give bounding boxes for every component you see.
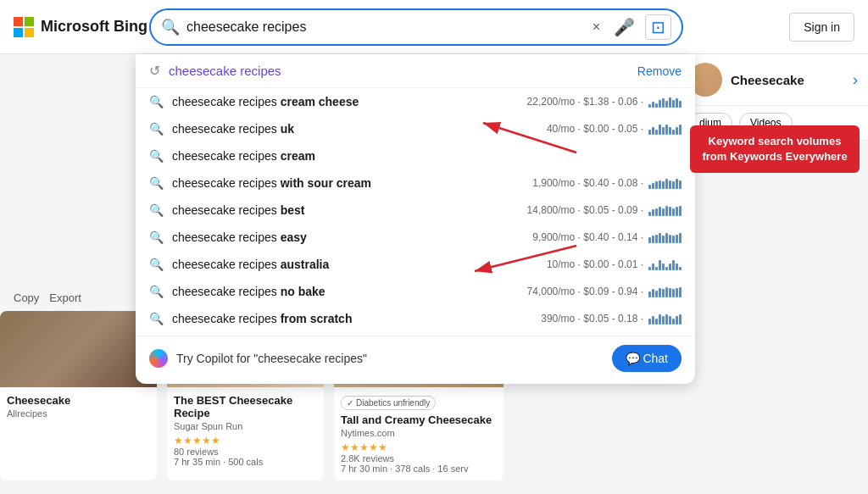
suggestion-stats-8: 390/mo · $0.05 - 0.18 · [541,313,682,325]
card-image-1 [0,311,157,387]
card-stars-3: ★★★★★ [341,441,497,453]
cheesecake-card[interactable]: Cheesecake › [678,54,868,106]
suggestion-stats-0: 22,200/mo · $1.38 - 0.06 · [527,96,682,108]
suggestion-text-5: cheesecake recipes easy [172,230,524,244]
suggestion-item-1[interactable]: 🔍cheesecake recipes uk40/mo · $0.00 - 0.… [136,115,695,142]
suggestion-stats-4: 14,800/mo · $0.05 - 0.09 · [527,204,682,216]
history-item-left: ↺ cheesecake recipes [149,63,281,79]
suggestion-search-icon-0: 🔍 [149,95,164,108]
suggestion-stats-6: 10/mo · $0.00 - 0.01 · [547,258,682,270]
suggestion-item-6[interactable]: 🔍cheesecake recipes australia10/mo · $0.… [136,251,695,278]
autocomplete-dropdown: ↺ cheesecake recipes Remove 🔍cheesecake … [136,54,695,384]
sign-in-button[interactable]: Sign in [789,13,854,42]
export-action[interactable]: Export [49,291,81,304]
chevron-right-icon[interactable]: › [853,71,858,89]
cheesecake-card-title: Cheesecake [731,73,804,87]
suggestion-text-0: cheesecake recipes cream cheese [172,95,519,108]
suggestion-search-icon-4: 🔍 [149,203,164,217]
card-reviews-2: 80 reviews [174,447,317,457]
microsoft-logo [14,17,34,37]
remove-link[interactable]: Remove [637,64,682,78]
search-controls: × 🎤 ⊡ [589,14,671,41]
card-meta-2: 7 hr 35 min · 500 cals [174,457,317,467]
card-source-2: Sugar Spun Run [174,421,317,431]
clear-button[interactable]: × [589,16,604,38]
suggestion-search-icon-1: 🔍 [149,122,164,136]
suggestion-search-icon-3: 🔍 [149,176,164,190]
suggestion-item-4[interactable]: 🔍cheesecake recipes best14,800/mo · $0.0… [136,197,695,224]
annotation-bubble: Keyword search volumes from Keywords Eve… [690,125,860,173]
card-source-1: Allrecipes [7,408,150,419]
mini-bar-chart-1 [648,123,682,135]
card-stars-2: ★★★★★ [174,435,317,447]
suggestion-item-7[interactable]: 🔍cheesecake recipes no bake74,000/mo · $… [136,278,695,305]
suggestion-text-6: cheesecake recipes australia [172,258,538,271]
suggestion-search-icon-5: 🔍 [149,230,164,244]
mini-bar-chart-0 [648,96,682,108]
microphone-button[interactable]: 🎤 [610,14,638,41]
suggestion-stats-5: 9,900/mo · $0.40 - 0.14 · [532,231,682,243]
suggestion-text-2: cheesecake recipes cream [172,149,682,163]
suggestion-search-icon-6: 🔍 [149,258,164,271]
copilot-left: Try Copilot for "cheesecake recipes" [149,349,367,368]
history-item[interactable]: ↺ cheesecake recipes Remove [136,54,695,88]
mini-bar-chart-7 [648,286,682,297]
suggestion-text-3: cheesecake recipes with sour cream [172,176,524,190]
mini-bar-chart-3 [648,177,682,189]
copilot-text: Try Copilot for "cheesecake recipes" [176,352,367,365]
badge-icon: ✓ [347,398,353,408]
mini-bar-chart-8 [648,313,682,325]
search-bar: 🔍 × 🎤 ⊡ [149,8,683,46]
badge-text: Diabetics unfriendly [356,398,430,408]
card-body-2: The BEST Cheesecake Recipe Sugar Spun Ru… [167,387,324,474]
suggestion-item-2[interactable]: 🔍cheesecake recipes cream [136,142,695,169]
card-title-2: The BEST Cheesecake Recipe [174,394,317,419]
camera-button[interactable]: ⊡ [645,14,671,40]
copy-action[interactable]: Copy [14,291,39,304]
mini-bar-chart-5 [648,231,682,243]
card-body-3: ✓ Diabetics unfriendly Tall and Creamy C… [334,387,504,480]
copilot-row: Try Copilot for "cheesecake recipes" 💬 C… [136,336,695,380]
card-reviews-3: 2.8K reviews [341,453,497,463]
search-icon: 🔍 [161,18,180,36]
suggestion-search-icon-7: 🔍 [149,285,164,298]
history-icon: ↺ [149,63,160,79]
suggestion-item-8[interactable]: 🔍cheesecake recipes from scratch390/mo ·… [136,305,695,332]
card-source-3: Nytimes.com [341,428,497,438]
suggestion-stats-1: 40/mo · $0.00 - 0.05 · [547,123,682,135]
diabetic-badge: ✓ Diabetics unfriendly [341,396,436,410]
search-input[interactable] [186,19,589,35]
card-body-1: Cheesecake Allrecipes [0,387,157,429]
mini-bar-chart-6 [648,258,682,270]
card-meta-3: 7 hr 30 min · 378 cals · 16 serv [341,463,497,474]
mini-bar-chart-4 [648,204,682,216]
suggestion-item-3[interactable]: 🔍cheesecake recipes with sour cream1,900… [136,169,695,197]
suggestions-list: 🔍cheesecake recipes cream cheese22,200/m… [136,88,695,332]
card-title-1: Cheesecake [7,394,150,407]
suggestion-text-4: cheesecake recipes best [172,203,519,217]
copilot-logo [149,349,168,368]
annotation-text: Keyword search volumes from Keywords Eve… [702,135,847,163]
suggestion-text-8: cheesecake recipes from scratch [172,312,532,325]
suggestion-stats-3: 1,900/mo · $0.40 - 0.08 · [532,177,682,189]
history-item-text: cheesecake recipes [169,64,281,78]
header: Microsoft Bing 🔍 × 🎤 ⊡ Sign in [0,0,868,54]
suggestion-search-icon-8: 🔍 [149,312,164,325]
suggestion-search-icon-2: 🔍 [149,149,164,163]
logo-area: Microsoft Bing [14,17,149,37]
suggestion-stats-7: 74,000/mo · $0.09 - 0.94 · [527,286,682,297]
suggestion-item-0[interactable]: 🔍cheesecake recipes cream cheese22,200/m… [136,88,695,115]
suggestion-text-7: cheesecake recipes no bake [172,285,519,298]
card-title-3: Tall and Creamy Cheesecake [341,414,497,426]
chat-button[interactable]: 💬 Chat [612,345,682,372]
suggestion-item-5[interactable]: 🔍cheesecake recipes easy9,900/mo · $0.40… [136,224,695,251]
brand-name: Microsoft Bing [41,18,147,36]
result-card-1[interactable]: Cheesecake Allrecipes [0,311,157,480]
suggestion-text-1: cheesecake recipes uk [172,122,538,136]
